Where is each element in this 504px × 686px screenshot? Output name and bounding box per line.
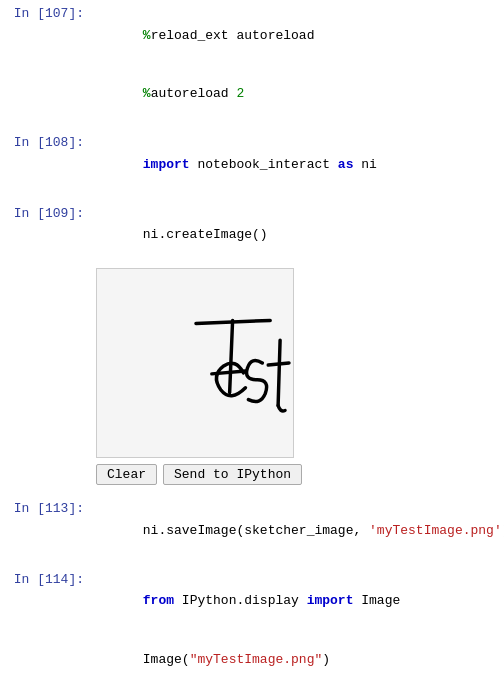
code-line: from IPython.display import Image [96,572,498,631]
code-line: Image("myTestImage.png") [96,630,498,686]
magic-symbol: % [143,86,151,101]
svg-line-1 [230,320,233,392]
cell-113: In [113]: ni.saveImage(sketcher_image, '… [0,495,504,566]
cell-113-content: ni.saveImage(sketcher_image, 'myTestImag… [90,497,504,564]
code-text: ni.createImage() [143,227,268,242]
code-text: ni.saveImage(sketcher_image, [143,523,369,538]
code-text: IPython.display [174,593,307,608]
code-text: autoreload [151,86,237,101]
svg-line-4 [268,363,289,365]
cell-107: In [107]: %reload_ext autoreload %autore… [0,0,504,129]
code-line: %autoreload 2 [96,65,498,124]
cell-113-prompt: In [113]: [0,497,90,564]
sketch-canvas[interactable] [96,268,294,458]
cell-114-content: from IPython.display import Image Image(… [90,568,504,687]
code-line: %reload_ext autoreload [96,6,498,65]
code-text: ) [322,652,330,667]
cell-108: In [108]: import notebook_interact as ni [0,129,504,200]
keyword-import: import [143,157,190,172]
cell-108-content: import notebook_interact as ni [90,131,504,198]
code-line: import notebook_interact as ni [96,135,498,194]
keyword-as: as [338,157,354,172]
cell-109: In [109]: ni.createImage() [0,200,504,496]
code-text: Image [353,593,400,608]
clear-button[interactable]: Clear [96,464,157,485]
cell-114-prompt: In [114]: [0,568,90,687]
svg-line-3 [278,340,280,405]
code-text: ni [353,157,376,172]
code-line: ni.createImage() [96,206,498,265]
cell-109-content: ni.createImage() [90,202,504,494]
send-to-ipython-button[interactable]: Send to IPython [163,464,302,485]
sketch-widget: Clear Send to IPython [96,268,498,485]
keyword-from: from [143,593,174,608]
cell-107-prompt: In [107]: [0,2,90,127]
code-text: Image( [143,652,190,667]
string-literal: 'myTestImage.png' [369,523,502,538]
widget-buttons: Clear Send to IPython [96,464,498,485]
cell-109-prompt: In [109]: [0,202,90,494]
magic-symbol: % [143,28,151,43]
sketch-svg [97,269,293,457]
cell-114: In [114]: from IPython.display import Im… [0,566,504,687]
string-literal: "myTestImage.png" [190,652,323,667]
cell-107-content: %reload_ext autoreload %autoreload 2 [90,2,504,127]
num-literal: 2 [236,86,244,101]
code-text: reload_ext autoreload [151,28,315,43]
code-text: notebook_interact [190,157,338,172]
code-line: ni.saveImage(sketcher_image, 'myTestImag… [96,501,498,560]
keyword-import: import [307,593,354,608]
cell-108-prompt: In [108]: [0,131,90,198]
